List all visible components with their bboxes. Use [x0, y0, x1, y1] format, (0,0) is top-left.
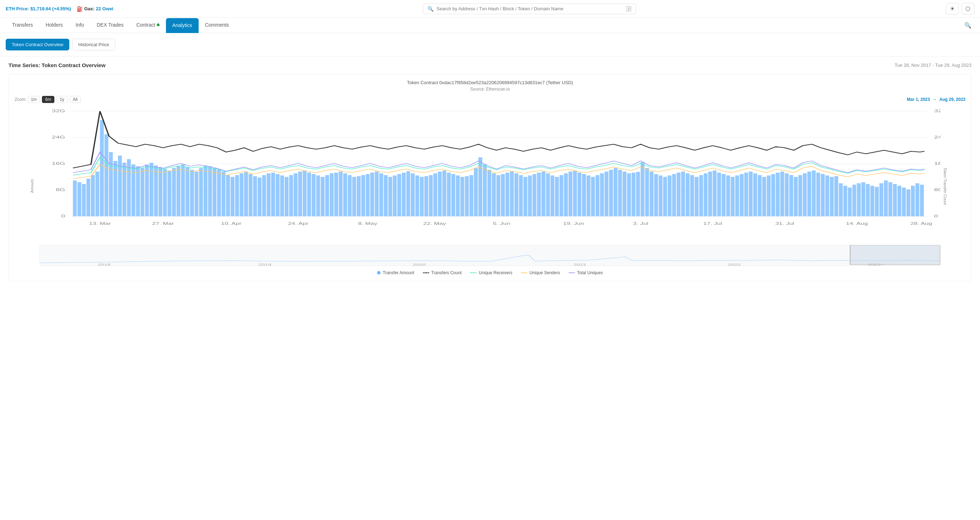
- svg-rect-53: [244, 172, 248, 216]
- svg-text:28. Aug: 28. Aug: [910, 222, 932, 226]
- svg-rect-25: [118, 156, 122, 216]
- svg-rect-174: [789, 175, 793, 216]
- legend-total-uniques-icon: [568, 272, 575, 274]
- svg-rect-158: [717, 173, 721, 216]
- svg-rect-154: [699, 175, 703, 216]
- zoom-6m[interactable]: 6m: [42, 96, 54, 103]
- svg-rect-34: [159, 167, 162, 216]
- svg-rect-23: [109, 152, 113, 216]
- svg-rect-128: [582, 174, 586, 216]
- mini-chart-wrapper[interactable]: 2018 2019 2020 2021 2022 2023+: [40, 245, 940, 266]
- svg-rect-50: [231, 177, 234, 216]
- tab-comments[interactable]: Comments: [199, 18, 235, 33]
- svg-rect-18: [86, 179, 90, 216]
- svg-text:160k: 160k: [934, 161, 940, 165]
- tab-contract[interactable]: Contract: [130, 18, 166, 33]
- svg-rect-126: [573, 170, 577, 216]
- svg-rect-136: [618, 170, 622, 216]
- svg-rect-155: [703, 173, 708, 216]
- svg-rect-79: [361, 175, 365, 216]
- svg-rect-46: [213, 168, 216, 216]
- svg-rect-29: [136, 166, 140, 216]
- tab-info[interactable]: Info: [69, 18, 90, 33]
- search-bar[interactable]: 🔍 /: [423, 3, 636, 14]
- svg-rect-51: [235, 175, 239, 216]
- svg-text:2021: 2021: [573, 263, 586, 266]
- svg-text:27. Mar: 27. Mar: [152, 222, 174, 226]
- svg-rect-72: [330, 173, 334, 216]
- svg-rect-88: [402, 173, 406, 216]
- svg-rect-194: [880, 183, 883, 216]
- svg-text:14. Aug: 14. Aug: [846, 222, 868, 226]
- search-area: 🔍 /: [423, 3, 636, 14]
- tab-transfers[interactable]: Transfers: [6, 18, 40, 33]
- svg-rect-56: [258, 178, 261, 216]
- svg-rect-31: [145, 164, 149, 216]
- zoom-1y[interactable]: 1y: [57, 96, 67, 103]
- legend-transfers-count: Transfers Count: [423, 270, 462, 275]
- svg-rect-107: [487, 170, 492, 216]
- svg-rect-109: [496, 175, 500, 216]
- svg-rect-138: [627, 173, 631, 216]
- chart-source: Source: Etherscan.io: [14, 87, 966, 92]
- svg-rect-122: [555, 177, 559, 216]
- svg-rect-153: [695, 177, 698, 216]
- eth-info: ETH Price: $1,719.64 (+4.55%) ⛽ Gas: 22 …: [6, 6, 113, 12]
- btn-token-contract-overview[interactable]: Token Contract Overview: [6, 39, 69, 51]
- svg-rect-94: [429, 175, 433, 216]
- svg-rect-74: [339, 172, 342, 216]
- svg-rect-19: [91, 175, 95, 216]
- tab-dex-trades[interactable]: DEX Trades: [90, 18, 130, 33]
- svg-rect-121: [550, 175, 554, 216]
- zoom-1m[interactable]: 1m: [28, 96, 40, 103]
- svg-rect-137: [622, 172, 627, 216]
- tab-analytics[interactable]: Analytics: [166, 18, 199, 33]
- svg-rect-63: [289, 175, 293, 216]
- svg-rect-30: [140, 168, 144, 216]
- legend-transfers-count-icon: [423, 272, 429, 274]
- svg-rect-197: [893, 184, 897, 216]
- svg-rect-135: [614, 168, 617, 216]
- svg-text:240k: 240k: [934, 135, 940, 139]
- svg-rect-90: [411, 173, 415, 216]
- svg-rect-167: [758, 175, 762, 216]
- svg-rect-61: [280, 175, 284, 216]
- search-input[interactable]: [436, 6, 626, 11]
- svg-rect-99: [451, 174, 455, 216]
- svg-rect-103: [469, 175, 473, 216]
- svg-rect-119: [541, 172, 546, 216]
- svg-rect-21: [100, 120, 104, 216]
- zoom-all[interactable]: All: [70, 96, 81, 103]
- svg-rect-149: [676, 173, 681, 216]
- eth-icon-button[interactable]: ⬡: [961, 3, 974, 14]
- svg-rect-115: [523, 177, 527, 216]
- svg-text:17. Jul: 17. Jul: [703, 222, 722, 226]
- svg-rect-162: [735, 175, 739, 216]
- svg-rect-139: [632, 173, 636, 216]
- svg-rect-85: [388, 177, 392, 216]
- svg-rect-81: [370, 173, 374, 216]
- svg-rect-116: [528, 175, 532, 216]
- svg-rect-82: [375, 172, 379, 216]
- theme-toggle-button[interactable]: ☀: [946, 3, 959, 14]
- svg-text:8G: 8G: [56, 188, 65, 192]
- svg-rect-200: [907, 189, 910, 216]
- top-bar: ETH Price: $1,719.64 (+4.55%) ⛽ Gas: 22 …: [0, 0, 980, 18]
- tab-holders[interactable]: Holders: [40, 18, 69, 33]
- svg-text:320k: 320k: [934, 109, 940, 113]
- svg-rect-95: [433, 173, 438, 216]
- gas-info: ⛽ Gas: 22 Gwei: [77, 6, 113, 12]
- svg-rect-59: [271, 173, 275, 216]
- legend-unique-receivers-icon: [470, 272, 477, 274]
- svg-rect-91: [415, 175, 419, 216]
- svg-rect-26: [123, 163, 127, 216]
- svg-rect-186: [843, 186, 847, 216]
- zoom-controls: Zoom 1m 6m 1y All Mar 1, 2023 → Aug 29, …: [14, 96, 966, 103]
- svg-rect-80: [366, 174, 369, 216]
- nav-search-button[interactable]: 🔍: [961, 19, 974, 32]
- btn-historical-price[interactable]: Historical Price: [72, 39, 115, 51]
- svg-rect-142: [645, 168, 649, 216]
- svg-rect-181: [821, 174, 825, 216]
- svg-rect-98: [447, 173, 451, 216]
- search-shortcut: /: [626, 6, 632, 12]
